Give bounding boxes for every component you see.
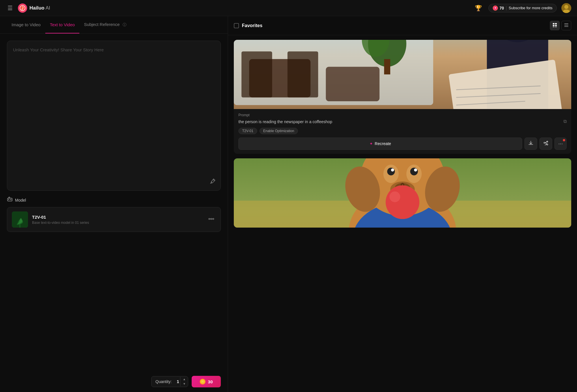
tabs-container: Image to Video Text to Video Subject Ref…: [0, 16, 228, 34]
list-view-button[interactable]: [561, 21, 571, 30]
svg-rect-14: [555, 25, 557, 26]
favorites-checkbox[interactable]: [234, 23, 239, 28]
svg-rect-13: [553, 25, 554, 26]
view-toggle: [550, 21, 571, 30]
svg-rect-6: [10, 199, 11, 200]
svg-point-61: [389, 192, 400, 202]
edit-enhance-button[interactable]: [210, 178, 216, 186]
svg-point-60: [386, 185, 419, 219]
model-icon: [7, 196, 13, 204]
gallery: ✦ MINIMAX | ✦ Hailuo AI Prompt the perso…: [228, 35, 577, 392]
model-label: Model: [7, 196, 221, 204]
svg-point-57: [414, 168, 417, 172]
credits-count: 70: [500, 6, 504, 10]
gallery-prompt-text: the person is reading the newspaper in a…: [238, 119, 332, 125]
recreate-button[interactable]: ✦ Recreate: [238, 138, 522, 150]
svg-rect-24: [287, 51, 318, 97]
model-card[interactable]: T2V-01 Base text-to-video model in 01 se…: [7, 207, 221, 232]
menu-button[interactable]: ☰: [6, 3, 14, 13]
gallery-tags: T2V-01 Enable Optimization: [238, 128, 567, 134]
gallery-image-dog: ✦ MINIMAX | ✦ Hailuo AI: [234, 158, 571, 228]
gallery-card-coffee: ✦ MINIMAX | ✦ Hailuo AI Prompt the perso…: [234, 40, 571, 154]
svg-point-8: [211, 218, 212, 220]
gallery-actions: ✦ Recreate: [238, 138, 567, 150]
recreate-label: Recreate: [375, 141, 391, 146]
svg-point-2: [564, 5, 568, 9]
model-thumbnail: [12, 211, 28, 228]
gallery-image-coffee: ✦ MINIMAX | ✦ Hailuo AI: [234, 40, 571, 109]
model-section: Model T2V-01: [7, 196, 221, 232]
gallery-card-dog: ✦ MINIMAX | ✦ Hailuo AI: [234, 158, 571, 228]
gallery-info-coffee: Prompt the person is reading the newspap…: [234, 109, 571, 154]
nav-right: 🏆 ✦ 70 | Subscribe for more credits: [473, 3, 571, 13]
svg-rect-17: [564, 23, 568, 24]
credits-cta: Subscribe for more credits: [509, 6, 552, 10]
quantity-arrows: ▲ ▼: [180, 377, 188, 386]
svg-point-55: [410, 168, 418, 175]
download-button[interactable]: [524, 138, 537, 150]
svg-point-9: [209, 218, 210, 220]
generate-cost: 30: [208, 379, 213, 384]
svg-rect-25: [326, 67, 380, 101]
svg-rect-23: [242, 51, 272, 97]
prompt-label: Prompt: [238, 113, 567, 117]
bottom-bar: Quantity: 1 ▲ ▼ 🪙 30: [0, 371, 228, 392]
svg-rect-15: [553, 27, 554, 27]
coin-icon: 🪙: [200, 379, 206, 385]
copy-prompt-button[interactable]: ⧉: [563, 119, 567, 124]
credits-badge[interactable]: ✦ 70 | Subscribe for more credits: [488, 4, 557, 12]
main-layout: Image to Video Text to Video Subject Ref…: [0, 16, 577, 392]
tab-subject-reference[interactable]: Subject Reference ⓘ: [79, 16, 131, 34]
quantity-control: Quantity: 1 ▲ ▼: [151, 376, 188, 387]
quantity-up-button[interactable]: ▲: [180, 377, 188, 382]
notification-dot: [563, 139, 565, 141]
svg-rect-28: [384, 59, 390, 74]
tab-image-to-video[interactable]: Image to Video: [7, 16, 45, 33]
brand-logo: [18, 3, 27, 13]
left-panel: Image to Video Text to Video Subject Ref…: [0, 16, 228, 392]
model-desc: Base text-to-video model in 01 series: [32, 221, 203, 225]
trophy-button[interactable]: 🏆: [473, 3, 484, 13]
subject-reference-info-icon: ⓘ: [123, 22, 126, 27]
user-avatar[interactable]: [561, 3, 571, 13]
quantity-down-button[interactable]: ▼: [180, 382, 188, 386]
model-settings-button[interactable]: [207, 214, 216, 225]
svg-rect-19: [564, 26, 568, 27]
svg-rect-11: [553, 23, 554, 24]
brand: Hailuo AI: [18, 3, 50, 13]
tag-enable-optimization: Enable Optimization: [259, 128, 298, 134]
topnav: ☰ Hailuo AI 🏆 ✦ 70 | Subscribe for more …: [0, 0, 577, 16]
grid-view-button[interactable]: [550, 21, 560, 30]
model-info: T2V-01 Base text-to-video model in 01 se…: [32, 215, 203, 225]
prompt-actions: [210, 178, 216, 186]
svg-rect-18: [564, 25, 568, 25]
quantity-value: 1: [176, 376, 180, 387]
credits-icon: ✦: [493, 5, 498, 11]
model-section-label: Model: [15, 198, 26, 202]
favorites-title: Favorites: [242, 23, 550, 28]
svg-rect-5: [8, 199, 9, 200]
svg-rect-4: [8, 198, 12, 201]
right-panel: Favorites: [228, 16, 577, 392]
share-button[interactable]: [539, 138, 552, 150]
more-options-button[interactable]: ⋯: [554, 138, 567, 150]
svg-rect-12: [555, 23, 557, 24]
favorites-header: Favorites: [228, 16, 577, 35]
brand-name-text: Hailuo AI: [29, 5, 50, 11]
prompt-textarea[interactable]: [13, 47, 215, 185]
generate-button[interactable]: 🪙 30: [192, 376, 221, 387]
model-name: T2V-01: [32, 215, 203, 220]
tab-text-to-video[interactable]: Text to Video: [45, 16, 79, 33]
svg-point-54: [387, 168, 395, 175]
svg-point-56: [391, 168, 394, 172]
content-area: Model T2V-01: [0, 34, 228, 371]
quantity-label: Quantity:: [152, 376, 176, 387]
svg-rect-16: [555, 27, 557, 27]
prompt-box: [7, 41, 221, 191]
tag-t2v01: T2V-01: [238, 128, 257, 134]
gallery-prompt-copy: the person is reading the newspaper in a…: [238, 119, 567, 125]
